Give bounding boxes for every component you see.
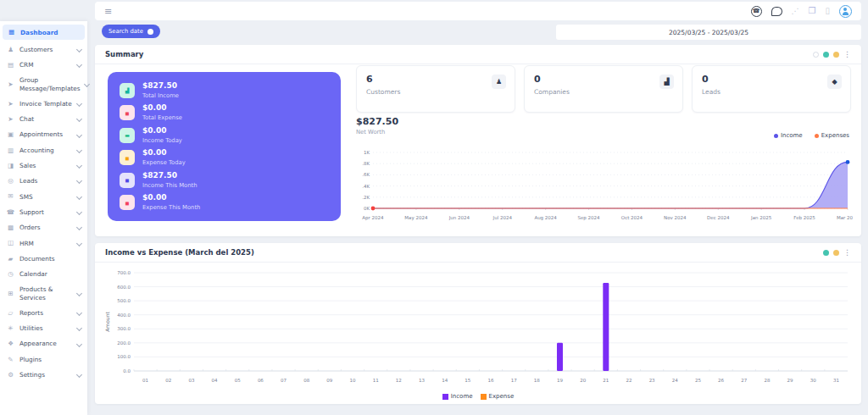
stat-value: $0.00 bbox=[142, 104, 182, 113]
sidebar-item-label: Group Message/Templates bbox=[19, 76, 81, 91]
chat-bubble-icon[interactable] bbox=[771, 7, 782, 16]
hrm-icon: ◫ bbox=[6, 240, 15, 246]
expense-this-month-icon: ◼ bbox=[120, 195, 135, 210]
whatsapp-icon[interactable]: ☎ bbox=[751, 6, 762, 17]
income-this-month-icon: ◼ bbox=[120, 173, 135, 188]
sidebar-item-label: HRM bbox=[19, 240, 34, 247]
sidebar-item-documents[interactable]: ▰Documents bbox=[0, 251, 87, 266]
svg-text:23: 23 bbox=[649, 378, 655, 383]
stat-expense-this-month: ◼$0.00Expense This Month bbox=[108, 194, 341, 211]
stat-text: $0.00Income Today bbox=[142, 127, 182, 144]
amber-dot-icon[interactable] bbox=[833, 52, 839, 58]
sidebar-item-label: Invoice Template bbox=[19, 100, 72, 108]
sidebar-item-label: Products & Services bbox=[19, 285, 73, 301]
svg-text:03: 03 bbox=[188, 378, 194, 383]
net-worth-label: Net Worth bbox=[356, 129, 385, 136]
svg-text:.8K: .8K bbox=[362, 161, 370, 166]
sidebar-item-appearance[interactable]: ❖Appearance bbox=[0, 336, 87, 351]
sidebar-item-sales[interactable]: ◨Sales bbox=[0, 158, 87, 173]
search-date-label: Search date bbox=[108, 28, 143, 35]
teal-dot-icon[interactable] bbox=[823, 250, 829, 256]
sidebar-item-sms[interactable]: ✉SMS bbox=[0, 189, 87, 204]
sidebar-item-plugins[interactable]: ✎Plugins bbox=[0, 351, 87, 367]
leads-kpi-icon: ◆ bbox=[827, 75, 842, 89]
teal-dot-icon[interactable] bbox=[823, 52, 829, 58]
kpi-card-leads[interactable]: 0Leads◆ bbox=[692, 65, 851, 113]
sidebar-item-label: Leads bbox=[19, 177, 37, 185]
svg-text:06: 06 bbox=[258, 378, 264, 383]
stat-label: Income Today bbox=[142, 137, 182, 144]
sidebar-item-dashboard[interactable]: ▦Dashboard bbox=[3, 25, 85, 40]
svg-text:Amount: Amount bbox=[104, 312, 110, 332]
svg-text:24: 24 bbox=[672, 378, 678, 383]
svg-text:.4K: .4K bbox=[362, 184, 370, 189]
sidebar-item-leads[interactable]: ◎Leads bbox=[0, 174, 87, 189]
totals-panel: ▟$827.50Total Income◼$0.00Total Expense▬… bbox=[108, 72, 341, 221]
sms-icon: ✉ bbox=[6, 193, 15, 200]
date-range-input[interactable]: 2025/03/25 - 2025/03/25 bbox=[556, 25, 861, 40]
svg-text:11: 11 bbox=[373, 378, 379, 383]
kpi-card-companies[interactable]: 0Companies▟ bbox=[524, 65, 683, 113]
svg-text:May 2024: May 2024 bbox=[404, 215, 428, 221]
sidebar-item-group-message-templates[interactable]: ➤Group Message/Templates bbox=[0, 73, 87, 96]
sidebar-item-calendar[interactable]: ◷Calendar bbox=[0, 267, 87, 282]
sidebar-item-orders[interactable]: ▩Orders bbox=[0, 220, 87, 235]
total-income-icon: ▟ bbox=[120, 83, 135, 98]
stat-label: Expense This Month bbox=[142, 204, 200, 211]
kebab-menu-icon[interactable]: ⋮ bbox=[843, 249, 851, 257]
stat-value: $827.50 bbox=[142, 172, 198, 180]
amber-dot-icon[interactable] bbox=[833, 250, 839, 256]
sidebar-item-label: Utilities bbox=[19, 324, 42, 332]
dashboard-icon: ▦ bbox=[7, 29, 16, 36]
chevron-down-icon bbox=[76, 131, 82, 137]
stat-label: Income This Month bbox=[142, 182, 198, 189]
sidebar-item-appointments[interactable]: ▣Appointments bbox=[0, 127, 87, 142]
appointments-icon: ▣ bbox=[6, 131, 15, 138]
kpi-value: 6 bbox=[366, 74, 505, 85]
total-expense-icon: ◼ bbox=[120, 105, 135, 120]
svg-text:0K: 0K bbox=[364, 206, 370, 211]
sidebar-item-customers[interactable]: ♟Customers bbox=[0, 42, 87, 57]
chevron-down-icon bbox=[76, 290, 82, 296]
sidebar-item-products-services[interactable]: ⊞Products & Services bbox=[0, 282, 87, 305]
documents-icon: ▰ bbox=[6, 256, 15, 263]
clipboard-icon[interactable]: ▯ bbox=[825, 7, 830, 15]
sidebar-item-settings[interactable]: ⚙Settings bbox=[0, 367, 87, 382]
leads-icon: ◎ bbox=[6, 178, 15, 185]
sidebar-item-support[interactable]: ☎Support bbox=[0, 204, 87, 219]
svg-text:10: 10 bbox=[350, 378, 356, 383]
sidebar-item-invoice-template[interactable]: ➤Invoice Template bbox=[0, 96, 87, 111]
svg-text:01: 01 bbox=[142, 378, 148, 383]
refresh-icon[interactable] bbox=[813, 52, 819, 58]
chevron-down-icon bbox=[76, 147, 82, 153]
sidebar-item-reports[interactable]: ▱Reports bbox=[0, 305, 87, 320]
legend-dot-icon bbox=[815, 134, 819, 138]
bar-chart-legend: IncomeExpense bbox=[95, 393, 861, 400]
sidebar-item-utilities[interactable]: ✳Utilities bbox=[0, 321, 87, 336]
chevron-down-icon bbox=[76, 224, 82, 230]
kebab-menu-icon[interactable]: ⋮ bbox=[843, 51, 851, 58]
sidebar-item-accounting[interactable]: ▥Accounting bbox=[0, 142, 87, 158]
sidebar-item-chat[interactable]: ➤Chat bbox=[0, 112, 87, 127]
documents-shortcut-icon[interactable]: ❐ bbox=[809, 7, 816, 15]
kpi-label: Leads bbox=[702, 88, 841, 96]
profile-avatar[interactable] bbox=[839, 5, 852, 18]
plugins-icon: ✎ bbox=[6, 357, 15, 363]
expand-icon[interactable]: ⋰ bbox=[792, 8, 799, 15]
stat-text: $827.50Total Income bbox=[142, 82, 179, 99]
calendar-icon: ◷ bbox=[6, 271, 15, 278]
sidebar-item-crm[interactable]: ▤CRM bbox=[0, 58, 87, 73]
support-icon: ☎ bbox=[6, 209, 15, 216]
sidebar-item-hrm[interactable]: ◫HRM bbox=[0, 235, 87, 251]
search-date-button[interactable]: Search date bbox=[102, 25, 160, 38]
menu-toggle-icon[interactable]: ≡ bbox=[104, 7, 112, 16]
chevron-down-icon bbox=[76, 62, 82, 68]
net-worth-legend: IncomeExpenses bbox=[774, 132, 849, 139]
chat-icon: ➤ bbox=[6, 116, 15, 123]
legend-label: Expense bbox=[489, 393, 515, 400]
legend-label: Income bbox=[451, 393, 473, 400]
legend-item-expense: Expense bbox=[481, 393, 515, 400]
svg-text:200.0: 200.0 bbox=[117, 340, 131, 346]
sidebar-item-label: Plugins bbox=[19, 356, 42, 363]
kpi-card-customers[interactable]: 6Customers♟ bbox=[356, 65, 515, 113]
